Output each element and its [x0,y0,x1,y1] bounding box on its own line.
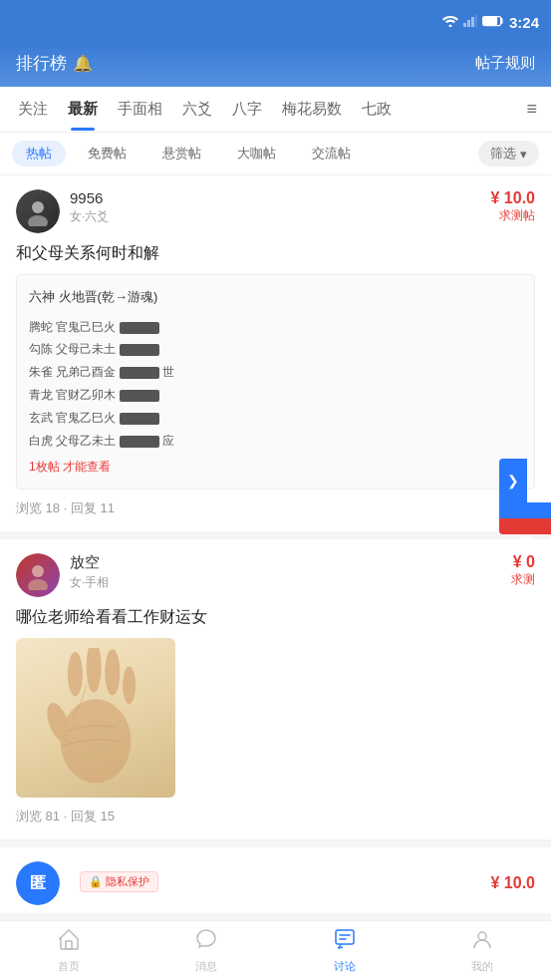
svg-point-14 [87,648,102,693]
signal-icon [463,13,477,31]
avatar-1 [16,189,60,233]
chip-reward[interactable]: 悬赏帖 [148,141,215,166]
rules-link[interactable]: 帖子规则 [475,54,535,73]
post-price-2: ¥ 0 求测 [511,553,535,588]
fab-post-button[interactable]: 我要发帖 [499,502,551,518]
clock: 3:24 [509,14,539,31]
user-tag-1: 女·六爻 [70,208,491,225]
svg-point-8 [28,215,48,226]
page-title: 排行榜 [16,52,67,75]
anon-label: 匿 [30,873,46,894]
svg-rect-1 [463,23,466,27]
arrow-right-icon: ❯ [507,473,519,489]
svg-point-7 [32,201,44,213]
user-info-2: 放空 女·手相 [70,553,511,591]
bell-icon[interactable]: 🔔 [73,54,93,73]
fab-search-button[interactable]: 我要搜帖 [499,518,551,534]
svg-rect-6 [483,18,496,25]
privacy-badge: 🔒 隐私保护 [80,871,158,892]
hexagram-block: 六神 火地晋(乾→游魂) 腾蛇 官鬼己巳火 勾陈 父母己未土 朱雀 兄弟己酉金 … [16,274,535,490]
price-amount-2: ¥ 0 [511,553,535,571]
header: 排行榜 🔔 帖子规则 [0,44,551,87]
post-card-3-partial: 匿 🔒 隐私保护 ¥ 10.0 [0,847,551,913]
more-icon[interactable]: ≡ [520,87,543,132]
chip-hot[interactable]: 热帖 [12,141,66,166]
post-card-2: 放空 女·手相 ¥ 0 求测 哪位老师给看看工作财运女 [0,539,551,839]
filter-label: 筛选 [490,145,516,163]
post-price-1: ¥ 10.0 求测帖 [491,189,535,224]
svg-point-19 [478,932,486,940]
bottom-nav: 首页 消息 讨论 我的 [0,920,551,980]
tab-latest[interactable]: 最新 [58,88,108,131]
avatar-2 [16,553,60,597]
hex-row-6: 白虎 父母乙未土 应 [29,430,522,453]
post-title-1[interactable]: 和父母关系何时和解 [16,243,535,264]
nav-mine[interactable]: 我的 [413,921,551,980]
hex-note[interactable]: 1枚帖 才能查看 [29,456,522,479]
username-1: 9956 [70,189,491,206]
tab-qizheng[interactable]: 七政 [352,88,402,131]
message-icon [195,928,217,956]
lock-icon: 🔒 [89,875,103,888]
tab-follow[interactable]: 关注 [8,88,58,131]
svg-rect-4 [475,15,477,27]
post-stats-2: 浏览 81 · 回复 15 [16,808,535,825]
post-image[interactable] [16,638,175,798]
svg-rect-18 [336,930,354,944]
hex-row-5: 玄武 官鬼乙巳火 [29,407,522,430]
battery-icon [482,13,504,31]
profile-icon [471,928,493,956]
hex-row-4: 青龙 官财乙卯木 [29,384,522,407]
chevron-down-icon: ▾ [520,147,527,162]
svg-rect-3 [471,17,474,27]
hex-row-3: 朱雀 兄弟己酉金 世 [29,361,522,384]
price-label-1: 求测帖 [491,207,535,224]
partial-price: ¥ 10.0 [491,874,535,892]
chip-free[interactable]: 免费帖 [74,141,140,166]
nav-tabs: 关注 最新 手面相 六爻 八字 梅花易数 七政 ≡ [0,87,551,133]
svg-point-13 [68,652,83,697]
hex-row-2: 勾陈 父母己未土 [29,338,522,361]
chip-exchange[interactable]: 交流帖 [298,141,365,166]
nav-home[interactable]: 首页 [0,921,138,980]
filter-bar: 热帖 免费帖 悬赏帖 大咖帖 交流帖 筛选 ▾ [0,133,551,175]
post-title-2[interactable]: 哪位老师给看看工作财运女 [16,607,535,628]
svg-rect-17 [66,941,72,949]
user-info-1: 9956 女·六爻 [70,189,491,225]
svg-point-9 [32,565,44,577]
tab-meihua[interactable]: 梅花易数 [272,88,352,131]
post-stats-1: 浏览 18 · 回复 11 [16,499,535,517]
nav-discuss[interactable]: 讨论 [276,921,413,980]
filter-button[interactable]: 筛选 ▾ [478,141,539,166]
status-icons: 3:24 [442,13,539,31]
tab-palmistry[interactable]: 手面相 [108,88,172,131]
avatar-3: 匿 [16,861,60,905]
svg-point-0 [448,25,451,28]
svg-point-10 [28,579,48,590]
svg-rect-2 [467,20,470,27]
nav-discuss-label: 讨论 [334,959,356,974]
svg-point-15 [105,649,120,696]
hex-row-1: 腾蛇 官鬼己巳火 [29,316,522,339]
discuss-icon [334,928,356,956]
post-card-1: 9956 女·六爻 ¥ 10.0 求测帖 和父母关系何时和解 六神 火地晋(乾→… [0,175,551,531]
fab-container: ❯ 我要发帖 我要搜帖 [499,459,551,534]
svg-point-16 [123,667,136,704]
username-2: 放空 [70,553,511,572]
chip-master[interactable]: 大咖帖 [223,141,290,166]
status-bar: 3:24 [0,0,551,44]
hexagram-title: 六神 火地晋(乾→游魂) [29,285,522,310]
home-icon [57,928,81,956]
tab-sixlines[interactable]: 六爻 [172,88,222,131]
nav-mine-label: 我的 [471,959,493,974]
wifi-icon [442,13,458,31]
fab-arrow[interactable]: ❯ [499,459,527,502]
nav-home-label: 首页 [58,959,80,974]
header-left: 排行榜 🔔 [16,52,93,75]
user-tag-2: 女·手相 [70,574,511,591]
nav-message-label: 消息 [195,959,217,974]
tab-bazi[interactable]: 八字 [222,88,272,131]
nav-message[interactable]: 消息 [138,921,275,980]
privacy-label: 隐私保护 [106,874,149,889]
price-label-2: 求测 [511,571,535,588]
